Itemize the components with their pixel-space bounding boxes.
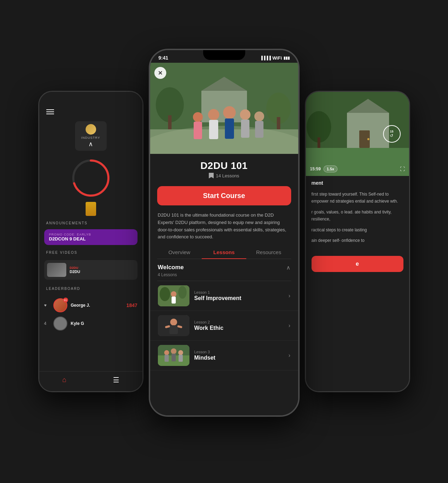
svg-point-27	[170, 319, 177, 326]
svg-point-17	[240, 109, 250, 120]
lessons-content: Welcome ∧ 4 Lessons	[150, 259, 298, 415]
menu-icon[interactable]: ☰	[113, 376, 119, 384]
svg-rect-16	[225, 118, 234, 139]
svg-rect-18	[241, 120, 249, 138]
home-icon[interactable]: ⌂	[62, 376, 66, 384]
phone-left: INDUSTRY ∧ ANNOUNCEMENTS PROMO CODE: EAR…	[38, 91, 143, 392]
start-course-button[interactable]: Start Course	[157, 186, 291, 205]
bookmark-icon	[209, 173, 214, 178]
phone-center: 9:41 ▐▐▐▐ WiFi ▮▮▮	[149, 49, 300, 417]
signal-icon: ▐▐▐▐	[260, 56, 271, 60]
scene: INDUSTRY ∧ ANNOUNCEMENTS PROMO CODE: EAR…	[38, 49, 410, 434]
badge-count: 91	[63, 298, 68, 302]
tab-lessons[interactable]: Lessons	[202, 246, 246, 259]
svg-rect-28	[169, 325, 178, 334]
lesson-info: Lesson 3 Mindset	[194, 350, 284, 361]
free-videos-section: D2DU D2DU	[39, 257, 142, 283]
video-info: D2DU D2DU	[70, 266, 80, 274]
svg-rect-7	[277, 117, 280, 129]
video-title: D2DU	[70, 270, 80, 274]
svg-rect-14	[209, 120, 218, 139]
lesson-number: Lesson 1	[194, 290, 284, 294]
svg-rect-38	[179, 355, 183, 362]
list-item[interactable]: ♥ 91 George J. 1847	[44, 296, 138, 314]
svg-rect-20	[255, 121, 263, 138]
video-player: 15 ↺ 15:59 1.5x ⛶	[306, 92, 409, 176]
free-videos-label: FREE VIDEOS	[39, 247, 142, 257]
svg-rect-8	[201, 91, 247, 122]
phone-right: 15 ↺ 15:59 1.5x ⛶ ment first step toward…	[305, 91, 410, 392]
yellow-block	[86, 202, 96, 216]
svg-rect-5	[168, 115, 172, 129]
svg-point-43	[367, 138, 369, 140]
close-button[interactable]: ✕	[154, 67, 166, 79]
chevron-down-icon: ∧	[88, 140, 93, 148]
description-p4: ain deeper self- onfidence to	[312, 237, 403, 244]
section-partial-title: ment	[306, 176, 409, 186]
leader-score: 1847	[126, 302, 137, 308]
tabs-row: Overview Lessons Resources	[157, 246, 291, 259]
section-title: Welcome	[158, 264, 184, 271]
industry-label: INDUSTRY	[81, 136, 100, 140]
lesson-name: Mindset	[194, 355, 284, 361]
chevron-right-icon[interactable]: ›	[288, 322, 290, 329]
lesson-thumbnail	[158, 285, 189, 306]
industry-logo	[86, 124, 96, 135]
promo-label: PROMO CODE: EARLYB	[49, 233, 133, 236]
fullscreen-icon[interactable]: ⛶	[400, 166, 405, 172]
hero-image: ✕	[150, 63, 298, 154]
time-display: 15:59	[310, 166, 321, 171]
announcement-card[interactable]: PROMO CODE: EARLYB D2DCON 9 DEAL	[44, 229, 138, 245]
video-controls: 15:59 1.5x ⛶	[310, 165, 405, 172]
lesson-thumbnail	[158, 315, 189, 336]
hamburger-icon[interactable]	[46, 109, 54, 114]
section-count: 4 Lessons	[150, 272, 298, 281]
status-icons: ▐▐▐▐ WiFi ▮▮▮	[260, 55, 290, 61]
tab-overview[interactable]: Overview	[157, 246, 202, 259]
svg-point-33	[164, 350, 169, 355]
background-scene	[150, 63, 298, 154]
video-thumbnail	[47, 263, 66, 277]
announcements-label: ANNOUNCEMENTS	[39, 218, 142, 227]
left-header	[39, 92, 142, 118]
svg-rect-10	[150, 129, 298, 154]
svg-point-19	[254, 111, 264, 121]
bottom-nav: ⌂ ☰	[39, 371, 142, 391]
lesson-name: Work Ethic	[194, 325, 284, 331]
battery-icon: ▮▮▮	[283, 56, 290, 60]
leaderboard-section: ♥ 91 George J. 1847 4 Kyle G	[39, 293, 142, 336]
leader-name: George J.	[71, 303, 90, 308]
action-button[interactable]: e	[312, 256, 403, 272]
lesson-thumbnail	[158, 345, 189, 366]
svg-point-15	[223, 106, 236, 119]
chevron-up-icon[interactable]: ∧	[286, 264, 290, 271]
svg-point-23	[178, 286, 187, 299]
lesson-number: Lesson 2	[194, 320, 284, 324]
lesson-number: Lesson 3	[194, 350, 284, 354]
svg-point-24	[171, 291, 176, 297]
svg-rect-25	[172, 297, 176, 304]
list-item[interactable]: Lesson 1 Self Improvement ›	[150, 281, 298, 311]
clock: 9:41	[159, 55, 168, 61]
list-item[interactable]: Lesson 3 Mindset ›	[150, 341, 298, 370]
course-title: D2DU 101	[159, 160, 290, 171]
list-item[interactable]: Lesson 2 Work Ethic ›	[150, 311, 298, 341]
chevron-right-icon[interactable]: ›	[288, 293, 290, 299]
wifi-icon: WiFi	[272, 55, 282, 61]
leaderboard-label: LEADERBOARD	[39, 283, 142, 293]
lesson-name: Self Improvement	[194, 295, 284, 301]
industry-badge[interactable]: INDUSTRY ∧	[75, 121, 107, 151]
svg-point-35	[171, 348, 176, 354]
replay-seconds: 15	[390, 130, 393, 133]
notch	[203, 50, 245, 60]
section-header: Welcome ∧	[150, 259, 298, 272]
progress-circle	[70, 157, 112, 199]
chevron-right-icon[interactable]: ›	[288, 352, 290, 359]
video-card[interactable]: D2DU D2DU	[44, 260, 138, 280]
description-p2: r goals, values, o lead. ate habits and …	[312, 209, 403, 223]
speed-badge[interactable]: 1.5x	[323, 165, 337, 172]
course-info: D2DU 101 14 Lessons	[150, 154, 298, 183]
replay-icon[interactable]: 15 ↺	[383, 125, 401, 143]
tab-resources[interactable]: Resources	[246, 246, 291, 259]
list-item[interactable]: 4 Kyle G	[44, 314, 138, 333]
